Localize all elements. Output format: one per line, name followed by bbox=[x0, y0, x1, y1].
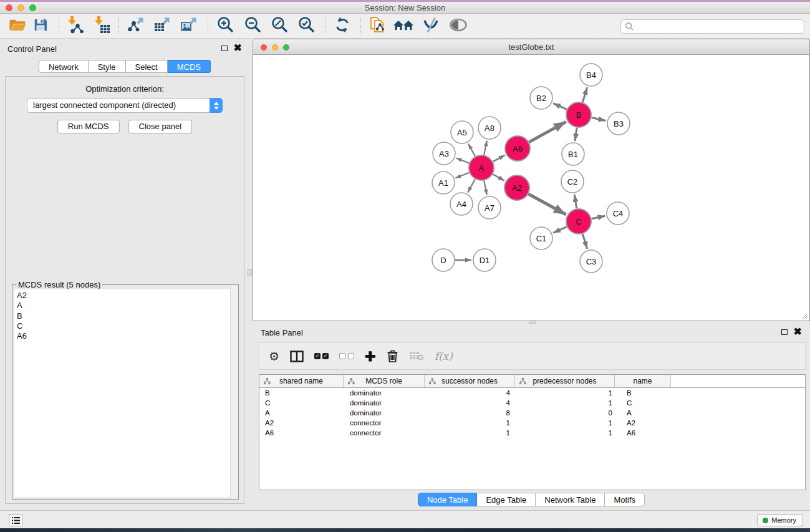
graph-edge-A-A4[interactable] bbox=[468, 179, 475, 192]
graph-edge-C-C3[interactable] bbox=[582, 234, 587, 249]
table-row[interactable]: Adominator80A bbox=[259, 408, 805, 418]
minimize-network-window-button[interactable] bbox=[272, 44, 278, 51]
minimize-window-button[interactable] bbox=[17, 4, 24, 11]
column-header-predecessor-nodes[interactable]: predecessor nodes bbox=[515, 375, 615, 387]
network-from-clipboard-icon[interactable] bbox=[368, 16, 387, 37]
mcds-result-item[interactable]: A2 bbox=[14, 289, 236, 301]
table-row[interactable]: Cdominator41C bbox=[259, 398, 805, 408]
zoom-selected-icon[interactable] bbox=[297, 16, 316, 37]
table-cell[interactable]: A2 bbox=[615, 418, 671, 428]
table-cell[interactable]: A6 bbox=[615, 428, 671, 438]
close-panel-button[interactable]: Close panel bbox=[128, 120, 193, 133]
close-window-button[interactable] bbox=[6, 4, 12, 11]
export-table-icon[interactable] bbox=[153, 16, 171, 37]
graph-edge-A-A8[interactable] bbox=[484, 141, 487, 155]
vertical-splitter-handle[interactable] bbox=[248, 269, 252, 276]
deselect-all-checkboxes-icon[interactable] bbox=[339, 353, 354, 359]
graph-edge-C-C1[interactable] bbox=[553, 227, 567, 233]
delete-row-trash-icon[interactable] bbox=[387, 349, 398, 363]
memory-button[interactable]: Memory bbox=[757, 514, 803, 526]
table-cell[interactable]: A bbox=[615, 408, 671, 418]
column-header-successor-nodes[interactable]: successor nodes bbox=[425, 375, 515, 387]
delete-table-icon[interactable] bbox=[409, 351, 424, 361]
hide-graphics-details-icon[interactable] bbox=[422, 16, 440, 37]
tab-node-table[interactable]: Node Table bbox=[418, 493, 478, 506]
table-cell[interactable]: A6 bbox=[259, 428, 344, 438]
graph-edge-A-A5[interactable] bbox=[468, 143, 475, 156]
table-cell[interactable]: 8 bbox=[425, 408, 515, 418]
column-header-shared-name[interactable]: shared name bbox=[259, 375, 344, 387]
zoom-network-window-button[interactable] bbox=[283, 44, 289, 51]
table-cell[interactable]: 1 bbox=[515, 428, 615, 438]
close-network-window-button[interactable] bbox=[261, 44, 267, 51]
task-history-button[interactable] bbox=[9, 514, 22, 526]
table-row[interactable]: A2connector11A2 bbox=[259, 418, 805, 428]
import-table-icon[interactable] bbox=[92, 16, 111, 37]
table-cell[interactable]: A2 bbox=[259, 418, 344, 428]
search-input[interactable] bbox=[634, 20, 804, 33]
export-network-icon[interactable] bbox=[127, 16, 145, 37]
graph-edge-A-A6[interactable] bbox=[493, 155, 505, 162]
save-session-icon[interactable] bbox=[33, 17, 48, 35]
add-row-icon[interactable]: ✚ bbox=[365, 350, 376, 363]
table-cell[interactable]: dominator bbox=[344, 388, 425, 398]
table-cell[interactable]: connector bbox=[344, 418, 425, 428]
close-panel-icon[interactable]: ✖ bbox=[234, 45, 242, 51]
table-row[interactable]: Bdominator41B bbox=[259, 388, 805, 398]
tab-network[interactable]: Network bbox=[39, 60, 89, 73]
mcds-result-item[interactable]: B bbox=[14, 311, 236, 321]
column-header-mcds-role[interactable]: MCDS role bbox=[344, 375, 425, 387]
graph-edge-A2-C[interactable] bbox=[528, 194, 566, 215]
graph-edge-A-A7[interactable] bbox=[484, 181, 487, 195]
zoom-out-icon[interactable] bbox=[244, 16, 263, 37]
table-cell[interactable]: C bbox=[259, 398, 344, 408]
graph-edge-B-B3[interactable] bbox=[592, 117, 606, 120]
table-settings-gear-icon[interactable]: ⚙ bbox=[269, 351, 279, 362]
float-panel-icon[interactable] bbox=[221, 46, 228, 51]
table-cell[interactable]: 1 bbox=[515, 418, 615, 428]
table-cell[interactable]: C bbox=[615, 398, 671, 408]
export-image-icon[interactable] bbox=[180, 16, 198, 37]
graph-edge-C-C2[interactable] bbox=[574, 195, 577, 209]
tab-motifs[interactable]: Motifs bbox=[605, 493, 645, 506]
table-cell[interactable]: 4 bbox=[425, 388, 515, 398]
mcds-result-item[interactable]: A6 bbox=[14, 331, 236, 341]
table-cell[interactable]: 1 bbox=[425, 428, 515, 438]
close-table-panel-icon[interactable]: ✖ bbox=[794, 329, 802, 335]
graph-edge-A-A2[interactable] bbox=[493, 174, 504, 180]
mcds-result-list[interactable]: A2ABCA6 bbox=[14, 289, 236, 497]
split-columns-icon[interactable] bbox=[290, 351, 304, 362]
table-cell[interactable]: 1 bbox=[515, 388, 615, 398]
graph-edge-A-A1[interactable] bbox=[456, 173, 470, 178]
run-mcds-button[interactable]: Run MCDS bbox=[57, 120, 120, 133]
graph-edge-A-A3[interactable] bbox=[456, 158, 470, 163]
tab-style[interactable]: Style bbox=[89, 60, 126, 73]
resize-grip-icon[interactable] bbox=[801, 312, 808, 319]
table-cell[interactable]: B bbox=[615, 388, 671, 398]
network-canvas[interactable]: B4B2BB3A5A8A6A3B1AA1C2A2A4A7C4CC1C3DD1 bbox=[253, 55, 810, 321]
table-cell[interactable]: 0 bbox=[515, 408, 615, 418]
table-cell[interactable]: A bbox=[259, 408, 344, 418]
graph-edge-B-B2[interactable] bbox=[553, 104, 567, 110]
show-graphics-details-eye-icon[interactable] bbox=[448, 17, 468, 35]
tab-network-table[interactable]: Network Table bbox=[536, 493, 605, 506]
table-cell[interactable]: B bbox=[259, 388, 344, 398]
table-cell[interactable]: 1 bbox=[515, 398, 615, 408]
criterion-select[interactable]: largest connected component (directed) bbox=[27, 98, 223, 113]
graph-edge-B-B4[interactable] bbox=[582, 87, 587, 102]
graph-edge-C-C4[interactable] bbox=[592, 216, 605, 219]
zoom-fit-icon[interactable] bbox=[271, 16, 289, 37]
homes-icon[interactable] bbox=[393, 17, 414, 35]
table-row[interactable]: A6connector11A6 bbox=[259, 428, 805, 438]
graph-edge-A6-B[interactable] bbox=[529, 122, 566, 142]
zoom-window-button[interactable] bbox=[29, 4, 36, 11]
apply-function-icon[interactable]: f(x) bbox=[435, 350, 453, 362]
float-table-panel-icon[interactable] bbox=[781, 329, 788, 335]
horizontal-splitter-handle[interactable] bbox=[529, 320, 536, 324]
table-cell[interactable]: connector bbox=[344, 428, 425, 438]
mcds-result-item[interactable]: A bbox=[14, 301, 236, 311]
table-cell[interactable]: dominator bbox=[344, 408, 425, 418]
scrollbar-track[interactable] bbox=[230, 285, 238, 499]
network-window-titlebar[interactable]: testGlobe.txt bbox=[253, 39, 810, 55]
refresh-icon[interactable] bbox=[334, 16, 351, 36]
